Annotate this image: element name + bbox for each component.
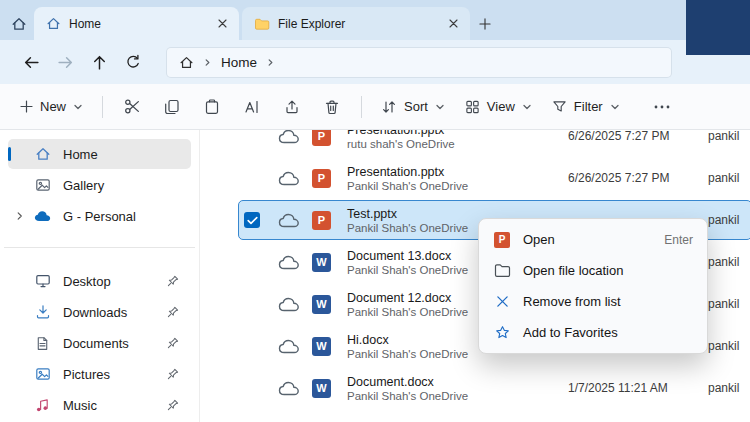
home-icon <box>34 146 51 162</box>
context-menu-item-open-file-location[interactable]: Open file location <box>484 255 702 286</box>
address-bar[interactable]: Home <box>166 47 672 78</box>
file-owner: pankil <box>708 381 739 395</box>
file-location: Pankil Shah's OneDrive <box>347 180 468 192</box>
sidebar-item-pictures[interactable]: Pictures <box>8 359 191 389</box>
file-location: Pankil Shah's OneDrive <box>347 306 468 318</box>
file-meta: Test.pptx Pankil Shah's OneDrive <box>347 207 468 234</box>
table-row[interactable]: W Document.docx Pankil Shah's OneDrive 1… <box>200 367 750 409</box>
file-meta: Hi.docx Pankil Shah's OneDrive <box>347 333 468 360</box>
checkbox-slot <box>244 212 278 228</box>
tab-home-label: Home <box>69 17 205 31</box>
file-date: 6/26/2025 7:27 PM <box>568 171 669 185</box>
chevron-right-icon[interactable] <box>15 211 27 221</box>
chevron-right-icon <box>266 58 275 67</box>
downloads-icon <box>34 304 51 320</box>
file-explorer-window: Home File Explorer <box>0 0 750 422</box>
new-button[interactable]: New <box>10 90 93 124</box>
delete-icon <box>324 99 340 115</box>
shortcut-hint: Enter <box>664 233 693 247</box>
context-menu-item-label: Add to Favorites <box>523 325 618 340</box>
word-file-icon: W <box>312 295 331 314</box>
cloud-status-icon <box>278 381 300 396</box>
pin-icon <box>167 306 179 318</box>
rename-button[interactable] <box>232 90 272 124</box>
title-bar: Home File Explorer <box>0 0 750 40</box>
filter-button-label: Filter <box>574 99 603 114</box>
table-row[interactable]: P Presentation.pptx rutu shah's OneDrive… <box>200 130 750 157</box>
chevron-down-icon <box>73 102 83 112</box>
file-name: Document.docx <box>347 375 468 389</box>
file-location: Pankil Shah's OneDrive <box>347 264 468 276</box>
file-meta: Document.docx Pankil Shah's OneDrive <box>347 375 468 402</box>
powerpoint-file-icon: P <box>312 211 331 230</box>
forward-button[interactable] <box>48 46 82 78</box>
sort-button[interactable]: Sort <box>371 90 455 124</box>
filter-button[interactable]: Filter <box>542 90 630 124</box>
sidebar-item-label: Pictures <box>63 367 110 382</box>
pin-icon <box>167 275 179 287</box>
file-meta: Document 12.docx Pankil Shah's OneDrive <box>347 291 468 318</box>
context-menu-item-add-to-favorites[interactable]: Add to Favorites <box>484 317 702 348</box>
file-name: Document 12.docx <box>347 291 468 305</box>
sidebar-item-downloads[interactable]: Downloads <box>8 297 191 327</box>
share-button[interactable] <box>272 90 312 124</box>
star-icon <box>493 325 511 340</box>
file-name: Document 13.docx <box>347 249 468 263</box>
file-name: Hi.docx <box>347 333 468 347</box>
share-icon <box>284 99 300 115</box>
new-tab-button[interactable] <box>470 7 500 40</box>
row-checkbox[interactable] <box>244 212 260 228</box>
see-more-button[interactable] <box>642 90 682 124</box>
tab-close-icon[interactable] <box>444 15 462 33</box>
view-button[interactable]: View <box>455 90 542 124</box>
context-menu-item-label: Open <box>523 232 555 247</box>
sidebar-item-g-personal[interactable]: G - Personal <box>8 201 191 231</box>
sidebar: Home Gallery G - Personal Desktop Downlo… <box>0 130 200 422</box>
sidebar-item-home[interactable]: Home <box>8 139 191 169</box>
cloud-status-icon <box>278 255 300 270</box>
home-icon <box>179 55 194 70</box>
sidebar-item-desktop[interactable]: Desktop <box>8 266 191 296</box>
file-location: Pankil Shah's OneDrive <box>347 390 468 402</box>
tab-home[interactable]: Home <box>34 7 239 40</box>
chevron-down-icon <box>522 102 532 112</box>
word-file-icon: W <box>312 253 331 272</box>
documents-icon <box>34 336 51 351</box>
cloud-status-icon <box>278 130 300 144</box>
context-menu-item-remove-from-list[interactable]: Remove from list <box>484 286 702 317</box>
back-button[interactable] <box>14 46 48 78</box>
sidebar-item-gallery[interactable]: Gallery <box>8 170 191 200</box>
file-date: 1/7/2025 11:21 AM <box>568 381 668 395</box>
rename-icon <box>244 99 260 115</box>
up-button[interactable] <box>82 46 116 78</box>
copy-button[interactable] <box>152 90 192 124</box>
paste-button[interactable] <box>192 90 232 124</box>
delete-button[interactable] <box>312 90 352 124</box>
file-location: Pankil Shah's OneDrive <box>347 222 468 234</box>
file-meta: Presentation.pptx Pankil Shah's OneDrive <box>347 165 468 192</box>
file-owner: pankil <box>708 339 739 353</box>
tab-close-icon[interactable] <box>213 15 231 33</box>
sidebar-item-label: Music <box>63 398 97 413</box>
sidebar-item-label: G - Personal <box>63 209 136 224</box>
command-toolbar: New Sort Vie <box>0 84 750 130</box>
sidebar-item-music[interactable]: Music <box>8 390 191 420</box>
file-owner: pankil <box>708 171 739 185</box>
cloud-status-icon <box>278 339 300 354</box>
paste-icon <box>204 99 220 115</box>
sidebar-item-documents[interactable]: Documents <box>8 328 191 358</box>
gallery-icon <box>34 177 51 193</box>
file-date: 6/26/2025 7:27 PM <box>568 130 669 143</box>
context-menu-item-open[interactable]: P Open Enter <box>484 224 702 255</box>
window-home-icon <box>4 7 34 40</box>
file-meta: Document 13.docx Pankil Shah's OneDrive <box>347 249 468 276</box>
file-meta: Presentation.pptx rutu shah's OneDrive <box>347 130 455 150</box>
table-row[interactable]: P Presentation.pptx Pankil Shah's OneDri… <box>200 157 750 199</box>
refresh-button[interactable] <box>116 46 150 78</box>
breadcrumb-home[interactable]: Home <box>221 55 257 70</box>
new-button-label: New <box>40 99 66 114</box>
cut-button[interactable] <box>112 90 152 124</box>
sidebar-item-label: Gallery <box>63 178 104 193</box>
tab-file-explorer[interactable]: File Explorer <box>242 7 470 40</box>
pin-icon <box>167 337 179 349</box>
